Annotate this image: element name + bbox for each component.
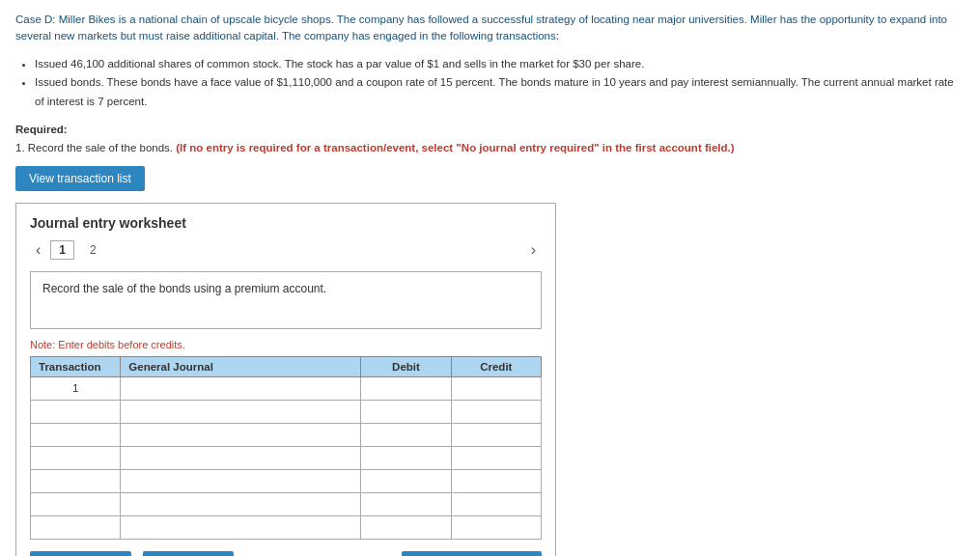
table-row bbox=[31, 400, 542, 423]
worksheet-title: Journal entry worksheet bbox=[30, 215, 542, 231]
tab-navigation: ‹ 1 2 › bbox=[30, 240, 542, 260]
general-journal-cell[interactable] bbox=[121, 446, 361, 469]
table-row bbox=[31, 446, 542, 469]
transaction-cell bbox=[31, 446, 121, 469]
credit-cell[interactable] bbox=[451, 469, 541, 492]
bullet-item-1: Issued 46,100 additional shares of commo… bbox=[35, 55, 965, 74]
tab-2[interactable]: 2 bbox=[82, 241, 104, 259]
general-journal-cell[interactable] bbox=[121, 469, 361, 492]
instruction-box: Record the sale of the bonds using a pre… bbox=[30, 271, 542, 329]
debit-cell[interactable] bbox=[361, 446, 451, 469]
journal-worksheet: Journal entry worksheet ‹ 1 2 › Record t… bbox=[15, 203, 556, 556]
required-section: Required: 1. Record the sale of the bond… bbox=[15, 121, 965, 156]
record-entry-button[interactable]: Record entry bbox=[30, 551, 131, 556]
general-journal-cell[interactable] bbox=[121, 492, 361, 515]
debit-cell[interactable] bbox=[361, 423, 451, 446]
debit-cell[interactable] bbox=[361, 400, 451, 423]
credit-cell[interactable] bbox=[451, 492, 541, 515]
required-line: 1. Record the sale of the bonds. (If no … bbox=[15, 139, 965, 156]
transaction-cell bbox=[31, 423, 121, 446]
debit-cell[interactable] bbox=[361, 376, 451, 400]
debit-cell[interactable] bbox=[361, 469, 451, 492]
bullet-item-2: Issued bonds. These bonds have a face va… bbox=[35, 73, 965, 111]
view-transaction-list-button[interactable]: View transaction list bbox=[15, 166, 145, 191]
col-header-general-journal: General Journal bbox=[121, 356, 361, 376]
debit-cell[interactable] bbox=[361, 515, 451, 539]
tab-1[interactable]: 1 bbox=[50, 240, 74, 260]
transaction-cell: 1 bbox=[31, 376, 121, 400]
general-journal-cell[interactable] bbox=[121, 515, 361, 539]
view-general-journal-button[interactable]: View general journal bbox=[402, 551, 542, 556]
credit-cell[interactable] bbox=[451, 515, 541, 539]
clear-entry-button[interactable]: Clear entry bbox=[143, 551, 235, 556]
table-row bbox=[31, 423, 542, 446]
journal-table: Transaction General Journal Debit Credit… bbox=[30, 356, 542, 540]
transaction-cell bbox=[31, 400, 121, 423]
col-header-debit: Debit bbox=[361, 356, 451, 376]
transaction-cell bbox=[31, 469, 121, 492]
general-journal-cell[interactable] bbox=[121, 376, 361, 400]
credit-cell[interactable] bbox=[451, 376, 541, 400]
bullet-list: Issued 46,100 additional shares of commo… bbox=[35, 55, 965, 112]
action-buttons: Record entry Clear entry View general jo… bbox=[30, 551, 542, 556]
debit-cell[interactable] bbox=[361, 492, 451, 515]
table-row: 1 bbox=[31, 376, 542, 400]
transaction-cell bbox=[31, 515, 121, 539]
case-description: Case D: Miller Bikes is a national chain… bbox=[15, 12, 965, 45]
prev-arrow-icon[interactable]: ‹ bbox=[30, 241, 46, 259]
transaction-cell bbox=[31, 492, 121, 515]
table-row bbox=[31, 492, 542, 515]
red-instruction: (If no entry is required for a transacti… bbox=[176, 142, 734, 153]
credit-cell[interactable] bbox=[451, 423, 541, 446]
col-header-credit: Credit bbox=[451, 356, 541, 376]
table-row bbox=[31, 515, 542, 539]
credit-cell[interactable] bbox=[451, 446, 541, 469]
next-arrow-icon[interactable]: › bbox=[525, 241, 542, 259]
note-text: Note: Enter debits before credits. bbox=[30, 339, 542, 350]
general-journal-cell[interactable] bbox=[121, 423, 361, 446]
general-journal-cell[interactable] bbox=[121, 400, 361, 423]
credit-cell[interactable] bbox=[451, 400, 541, 423]
required-label: Required: bbox=[15, 124, 68, 135]
col-header-transaction: Transaction bbox=[31, 356, 121, 376]
table-row bbox=[31, 469, 542, 492]
